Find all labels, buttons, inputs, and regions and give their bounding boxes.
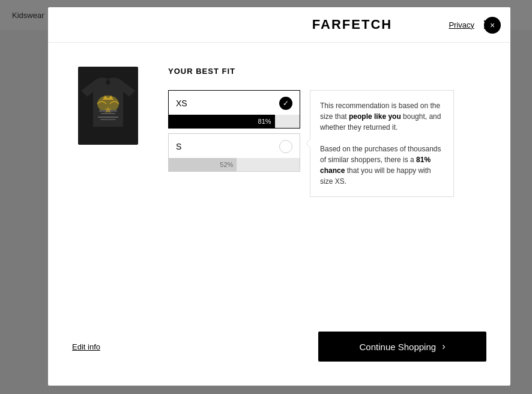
rec-bold-2: 81% chance	[320, 156, 431, 175]
size-label-s: S	[176, 142, 181, 151]
fit-title: YOUR BEST FIT	[168, 67, 486, 76]
svg-rect-4	[101, 113, 115, 114]
progress-label-s: 52%	[220, 161, 233, 168]
edit-info-link[interactable]: Edit info	[72, 342, 100, 351]
size-option-s[interactable]: S 52%	[168, 133, 300, 172]
modal-body: YOUR BEST FIT XS ✓ 81%	[48, 43, 510, 314]
privacy-link[interactable]: Privacy	[449, 20, 474, 29]
close-icon: ×	[490, 21, 495, 29]
progress-bar-s-container: 52%	[169, 158, 300, 171]
recommendation-box: This recommendation is based on the size…	[310, 90, 454, 197]
product-section	[72, 67, 144, 314]
fit-section: YOUR BEST FIT XS ✓ 81%	[168, 67, 486, 314]
continue-shopping-label: Continue Shopping	[360, 342, 437, 352]
farfetch-logo: FARFETCH	[256, 17, 449, 32]
size-options-row: XS ✓ 81% S	[168, 90, 486, 197]
svg-rect-7	[100, 119, 116, 120]
continue-chevron-icon: ›	[442, 341, 445, 352]
circle-empty-s	[279, 140, 292, 153]
rec-text-2: Based on the purchases of thousands of s…	[320, 144, 444, 187]
continue-shopping-button[interactable]: Continue Shopping ›	[318, 332, 486, 362]
modal-header: FARFETCH Privacy	[48, 7, 510, 43]
modal-footer: Edit info Continue Shopping ›	[48, 314, 510, 386]
progress-bar-s-fill: 52%	[169, 158, 237, 171]
size-label-xs: XS	[176, 98, 187, 108]
size-option-xs-top: XS ✓	[176, 97, 292, 110]
size-options: XS ✓ 81% S	[168, 90, 300, 172]
rec-bold-1: people like you	[349, 112, 401, 121]
modal-container: × FARFETCH Privacy	[48, 7, 510, 386]
svg-rect-6	[98, 117, 118, 118]
product-image	[78, 67, 138, 145]
progress-label-xs: 81%	[258, 118, 271, 125]
rec-text-1: This recommendation is based on the size…	[320, 100, 444, 133]
size-option-xs[interactable]: XS ✓ 81%	[168, 90, 300, 129]
size-option-s-top: S	[176, 140, 292, 153]
progress-bar-xs-container: 81%	[169, 115, 300, 128]
tshirt-svg	[81, 73, 135, 139]
check-icon-xs: ✓	[279, 97, 292, 110]
progress-bar-xs-fill: 81%	[169, 115, 275, 128]
close-button[interactable]: ×	[484, 17, 501, 34]
